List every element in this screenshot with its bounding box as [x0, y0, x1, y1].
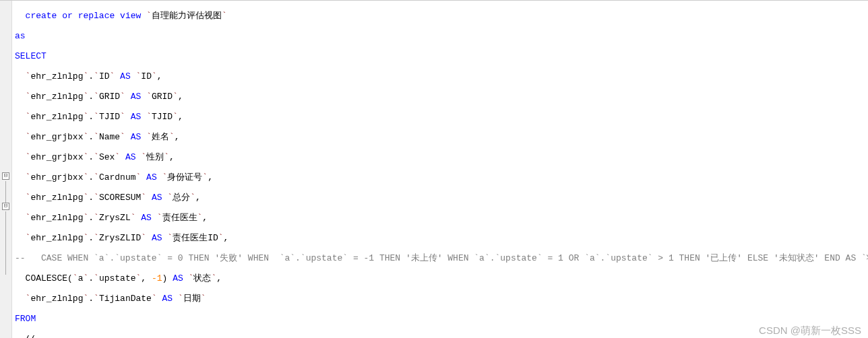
identifier: 姓名: [152, 132, 169, 142]
code-line: ((: [15, 334, 868, 338]
identifier: ZrysZLID: [99, 233, 141, 243]
code-line: `ehr_zlnlpg`.`SCORESUM` AS `总分`,: [15, 193, 868, 203]
identifier: 自理能力评估视图: [152, 11, 222, 21]
code-line: SELECT: [15, 51, 868, 61]
code-line: `ehr_grjbxx`.`Name` AS `姓名`,: [15, 132, 868, 142]
keyword: create: [26, 11, 57, 21]
identifier: ehr_zlnlpg: [30, 92, 83, 102]
keyword: AS: [162, 294, 173, 304]
identifier: upstate: [99, 273, 136, 283]
code-line: `ehr_zlnlpg`.`ID` AS `ID`,: [15, 71, 868, 81]
identifier: 性别: [146, 152, 164, 162]
identifier: 总分: [173, 193, 190, 203]
keyword: AS: [131, 132, 142, 142]
code-line: `ehr_zlnlpg`.`TJID` AS `TJID`,: [15, 112, 868, 122]
identifier: GRID: [152, 92, 173, 102]
fold-marker[interactable]: ⊟: [2, 172, 9, 180]
identifier: ehr_grjbxx: [30, 152, 83, 162]
keyword: AS: [125, 152, 136, 162]
keyword: FROM: [15, 314, 36, 324]
identifier: ehr_zlnlpg: [30, 213, 83, 223]
identifier: GRID: [99, 92, 120, 102]
code-line: `ehr_zlnlpg`.`ZrysZLID` AS `责任医生ID`,: [15, 233, 868, 243]
identifier: 责任医生: [162, 213, 197, 223]
identifier: Name: [99, 132, 120, 142]
identifier: TJID: [99, 112, 120, 122]
identifier: TijianDate: [99, 294, 152, 304]
keyword: SELECT: [15, 51, 46, 61]
gutter: ⊟ ⊟: [0, 1, 12, 338]
identifier: ID: [141, 71, 152, 81]
watermark: CSDN @萌新一枚SSS: [759, 325, 861, 335]
fold-line: [5, 211, 6, 275]
keyword: AS: [173, 273, 183, 283]
keyword: AS: [120, 71, 131, 81]
code-line: COALESCE(`a`.`upstate`, -1) AS `状态`,: [15, 273, 868, 283]
identifier: ehr_zlnlpg: [30, 193, 83, 203]
keyword: AS: [141, 213, 152, 223]
number: -1: [152, 273, 162, 283]
code-line: `ehr_zlnlpg`.`GRID` AS `GRID`,: [15, 92, 868, 102]
identifier: ehr_grjbxx: [30, 172, 83, 182]
identifier: SCORESUM: [99, 193, 141, 203]
keyword: view: [120, 11, 141, 21]
identifier: Sex: [99, 152, 115, 162]
keyword: as: [15, 31, 26, 41]
keyword: AS: [152, 193, 162, 203]
keyword: AS: [146, 172, 157, 182]
identifier: ZrysZL: [99, 213, 131, 223]
identifier: ehr_grjbxx: [30, 132, 83, 142]
keyword: AS: [152, 233, 162, 243]
code-line-comment: -- CASE WHEN `a`.`upstate` = 0 THEN '失败'…: [15, 253, 868, 263]
identifier: 状态: [193, 273, 211, 283]
identifier: TJID: [152, 112, 173, 122]
keyword: or: [62, 11, 73, 21]
code-line: as: [15, 31, 868, 41]
code-line: `ehr_zlnlpg`.`TijianDate` AS `日期`: [15, 294, 868, 304]
code-line: `ehr_grjbxx`.`Cardnum` AS `身份证号`,: [15, 172, 868, 182]
identifier: 日期: [183, 294, 201, 304]
fold-marker[interactable]: ⊟: [2, 203, 9, 210]
identifier: ehr_zlnlpg: [30, 233, 83, 243]
identifier: ehr_zlnlpg: [30, 294, 83, 304]
code-line: `ehr_grjbxx`.`Sex` AS `性别`,: [15, 152, 868, 162]
code-line: `ehr_zlnlpg`.`ZrysZL` AS `责任医生`,: [15, 213, 868, 223]
identifier: Cardnum: [99, 172, 136, 182]
keyword: AS: [131, 112, 142, 122]
function: COALESCE: [26, 273, 67, 283]
code-line: create or replace view `自理能力评估视图`: [15, 11, 868, 21]
keyword: replace: [78, 11, 115, 21]
keyword: AS: [131, 92, 142, 102]
identifier: ehr_zlnlpg: [30, 71, 83, 81]
fold-line: [5, 181, 6, 203]
identifier: 身份证号: [167, 172, 202, 182]
identifier: 责任医生ID: [173, 233, 218, 243]
identifier: ehr_zlnlpg: [30, 112, 83, 122]
identifier: ID: [99, 71, 110, 81]
code-editor[interactable]: create or replace view `自理能力评估视图` as SEL…: [12, 1, 868, 338]
code-line: FROM: [15, 314, 868, 324]
